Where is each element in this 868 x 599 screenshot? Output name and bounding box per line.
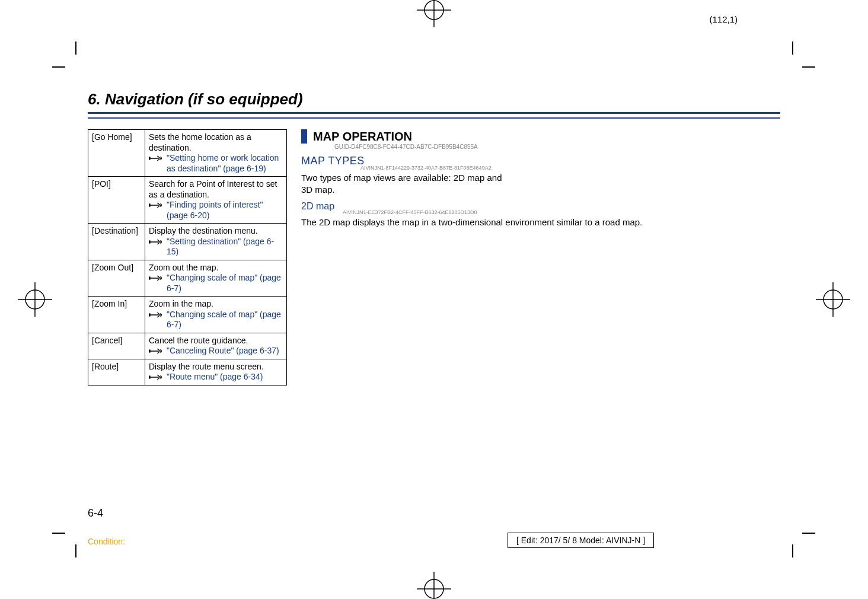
svg-rect-15 xyxy=(149,276,151,279)
crop-tick xyxy=(792,544,793,557)
pointer-icon xyxy=(149,347,164,355)
pointer-icon xyxy=(149,154,164,163)
table-desc-text: Display the destination menu. xyxy=(149,226,283,237)
body-map-types: Two types of map views are available: 2D… xyxy=(301,172,515,196)
edit-info-box: [ Edit: 2017/ 5/ 8 Model: AIVINJ-N ] xyxy=(508,533,654,548)
section-marker xyxy=(301,129,307,144)
table-row: [Route]Display the route menu screen."Ro… xyxy=(88,359,287,385)
table-desc-cell: Zoom out the map."Changing scale of map"… xyxy=(145,260,287,297)
table-key-cell: [Destination] xyxy=(88,224,145,260)
pointer-icon xyxy=(149,311,164,319)
crop-tick xyxy=(52,533,65,534)
table-desc-text: Search for a Point of Interest to set as… xyxy=(149,179,283,200)
svg-rect-16 xyxy=(149,313,151,316)
registration-mark-right xyxy=(816,282,850,317)
section-title-map-operation: MAP OPERATION xyxy=(313,130,412,144)
page-number: 6-4 xyxy=(88,507,103,520)
cross-reference-link: "Setting destination" (page 6-15) xyxy=(167,237,283,257)
table-desc-text: Zoom in the map. xyxy=(149,299,283,310)
crop-tick xyxy=(75,544,76,557)
table-row: [Zoom In]Zoom in the map."Changing scale… xyxy=(88,297,287,333)
page-coordinate: (112,1) xyxy=(709,14,738,24)
crop-tick xyxy=(792,42,793,55)
table-desc-cell: Zoom in the map."Changing scale of map" … xyxy=(145,297,287,333)
pointer-icon xyxy=(149,201,164,209)
svg-rect-18 xyxy=(149,375,151,378)
svg-rect-13 xyxy=(149,203,151,206)
body-2d-map: The 2D map displays the map in a two-dim… xyxy=(301,216,780,228)
pointer-icon xyxy=(149,238,164,246)
table-desc-text: Cancel the route guidance. xyxy=(149,336,283,346)
guid-text: AIVINJN1-EE372FB2-4CFF-45FF-B632-64E8205… xyxy=(343,209,780,215)
table-key-cell: [Go Home] xyxy=(88,130,145,177)
cross-reference-link: "Changing scale of map" (page 6-7) xyxy=(167,310,283,330)
registration-mark-left xyxy=(18,282,52,317)
table-desc-cell: Sets the home location as a destination.… xyxy=(145,130,287,177)
crop-tick xyxy=(802,533,815,534)
table-key-cell: [POI] xyxy=(88,177,145,224)
table-desc-text: Display the route menu screen. xyxy=(149,362,283,372)
table-key-cell: [Cancel] xyxy=(88,333,145,359)
guid-text: GUID-D4FC98C8-FC44-47CD-AB7C-DFB95B4C855… xyxy=(334,144,780,150)
cross-reference-link: "Canceling Route" (page 6-37) xyxy=(167,346,283,356)
svg-rect-17 xyxy=(149,349,151,352)
table-desc-cell: Search for a Point of Interest to set as… xyxy=(145,177,287,224)
guid-text: AIVINJN1-8F144229-3732-40A7-B87E-81F06E4… xyxy=(360,165,780,171)
crop-tick xyxy=(802,66,815,68)
table-desc-cell: Display the destination menu."Setting de… xyxy=(145,224,287,260)
header-rule xyxy=(88,117,780,119)
pointer-icon xyxy=(149,373,164,381)
table-row: [Destination]Display the destination men… xyxy=(88,224,287,260)
table-row: [POI]Search for a Point of Interest to s… xyxy=(88,177,287,224)
svg-rect-14 xyxy=(149,240,151,243)
table-desc-text: Zoom out the map. xyxy=(149,263,283,273)
svg-rect-12 xyxy=(149,157,151,160)
table-key-cell: [Zoom In] xyxy=(88,297,145,333)
pointer-icon xyxy=(149,274,164,282)
table-desc-cell: Cancel the route guidance."Canceling Rou… xyxy=(145,333,287,359)
table-row: [Go Home]Sets the home location as a des… xyxy=(88,130,287,177)
cross-reference-link: "Finding points of interest" (page 6-20) xyxy=(167,200,283,221)
cross-reference-link: "Changing scale of map" (page 6-7) xyxy=(167,273,283,294)
table-desc-text: Sets the home location as a destination. xyxy=(149,132,283,153)
registration-mark-top xyxy=(417,0,451,27)
registration-mark-bottom xyxy=(417,572,451,599)
crop-tick xyxy=(52,66,65,68)
table-key-cell: [Route] xyxy=(88,359,145,385)
cross-reference-link: "Setting home or work location as destin… xyxy=(167,153,283,174)
table-key-cell: [Zoom Out] xyxy=(88,260,145,297)
command-table: [Go Home]Sets the home location as a des… xyxy=(88,129,287,385)
table-row: [Cancel]Cancel the route guidance."Cance… xyxy=(88,333,287,359)
cross-reference-link: "Route menu" (page 6-34) xyxy=(167,372,283,383)
crop-tick xyxy=(75,42,76,55)
header-rule xyxy=(88,112,780,114)
table-row: [Zoom Out]Zoom out the map."Changing sca… xyxy=(88,260,287,297)
condition-label: Condition: xyxy=(88,537,125,546)
table-desc-cell: Display the route menu screen."Route men… xyxy=(145,359,287,385)
chapter-title: 6. Navigation (if so equipped) xyxy=(88,90,780,109)
